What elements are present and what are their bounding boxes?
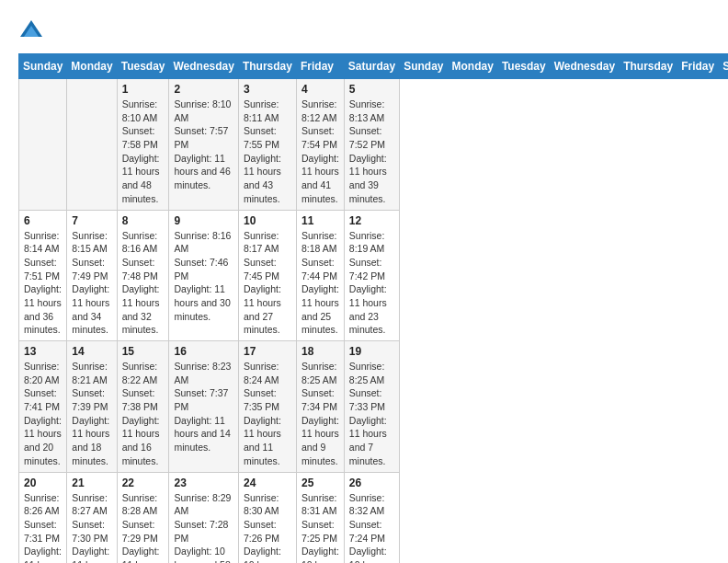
day-info: Sunrise: 8:25 AM Sunset: 7:34 PM Dayligh… xyxy=(301,360,339,468)
day-info: Sunrise: 8:18 AM Sunset: 7:44 PM Dayligh… xyxy=(301,229,339,338)
day-number: 11 xyxy=(301,214,339,227)
day-info: Sunrise: 8:21 AM Sunset: 7:39 PM Dayligh… xyxy=(72,360,111,468)
day-info: Sunrise: 8:22 AM Sunset: 7:38 PM Dayligh… xyxy=(122,360,165,468)
calendar-cell: 13Sunrise: 8:20 AM Sunset: 7:41 PM Dayli… xyxy=(19,341,67,473)
day-info: Sunrise: 8:26 AM Sunset: 7:31 PM Dayligh… xyxy=(24,491,62,564)
day-number: 14 xyxy=(72,345,111,358)
calendar-cell: 14Sunrise: 8:21 AM Sunset: 7:39 PM Dayli… xyxy=(67,341,117,473)
calendar-cell: 6Sunrise: 8:14 AM Sunset: 7:51 PM Daylig… xyxy=(19,210,67,341)
day-number: 4 xyxy=(301,83,339,96)
header-monday: Monday xyxy=(67,54,117,79)
day-number: 19 xyxy=(349,345,394,358)
calendar-cell: 15Sunrise: 8:22 AM Sunset: 7:38 PM Dayli… xyxy=(117,341,169,473)
day-number: 17 xyxy=(244,345,291,358)
day-info: Sunrise: 8:13 AM Sunset: 7:52 PM Dayligh… xyxy=(349,98,394,206)
calendar-cell: 16Sunrise: 8:23 AM Sunset: 7:37 PM Dayli… xyxy=(169,341,238,473)
calendar-header-row: SundayMondayTuesdayWednesdayThursdayFrid… xyxy=(19,54,729,79)
calendar-cell: 5Sunrise: 8:13 AM Sunset: 7:52 PM Daylig… xyxy=(344,79,399,211)
calendar-cell: 11Sunrise: 8:18 AM Sunset: 7:44 PM Dayli… xyxy=(296,210,344,341)
page-header xyxy=(18,18,710,44)
calendar-cell: 4Sunrise: 8:12 AM Sunset: 7:54 PM Daylig… xyxy=(296,79,344,211)
day-number: 25 xyxy=(301,477,339,489)
day-number: 15 xyxy=(122,345,165,358)
calendar-week-row: 1Sunrise: 8:10 AM Sunset: 7:58 PM Daylig… xyxy=(19,79,729,211)
calendar-cell: 9Sunrise: 8:16 AM Sunset: 7:46 PM Daylig… xyxy=(169,210,238,341)
calendar-cell: 23Sunrise: 8:29 AM Sunset: 7:28 PM Dayli… xyxy=(169,472,238,563)
day-info: Sunrise: 8:15 AM Sunset: 7:49 PM Dayligh… xyxy=(72,229,111,338)
day-info: Sunrise: 8:19 AM Sunset: 7:42 PM Dayligh… xyxy=(349,229,394,338)
header-friday: Friday xyxy=(677,54,719,79)
day-info: Sunrise: 8:31 AM Sunset: 7:25 PM Dayligh… xyxy=(301,491,339,564)
calendar-cell: 7Sunrise: 8:15 AM Sunset: 7:49 PM Daylig… xyxy=(67,210,117,341)
calendar-cell: 2Sunrise: 8:10 AM Sunset: 7:57 PM Daylig… xyxy=(169,79,238,211)
day-info: Sunrise: 8:28 AM Sunset: 7:29 PM Dayligh… xyxy=(122,491,165,564)
calendar-table: SundayMondayTuesdayWednesdayThursdayFrid… xyxy=(18,53,728,563)
calendar-cell: 3Sunrise: 8:11 AM Sunset: 7:55 PM Daylig… xyxy=(238,79,296,211)
calendar-cell: 1Sunrise: 8:10 AM Sunset: 7:58 PM Daylig… xyxy=(117,79,169,211)
day-info: Sunrise: 8:17 AM Sunset: 7:45 PM Dayligh… xyxy=(244,229,291,338)
day-info: Sunrise: 8:16 AM Sunset: 7:46 PM Dayligh… xyxy=(174,229,233,324)
calendar-week-row: 20Sunrise: 8:26 AM Sunset: 7:31 PM Dayli… xyxy=(19,472,729,563)
day-number: 9 xyxy=(174,214,233,227)
day-number: 18 xyxy=(301,345,339,358)
calendar-cell xyxy=(67,79,117,211)
calendar-cell: 26Sunrise: 8:32 AM Sunset: 7:24 PM Dayli… xyxy=(344,472,399,563)
day-info: Sunrise: 8:14 AM Sunset: 7:51 PM Dayligh… xyxy=(24,229,62,338)
calendar-week-row: 6Sunrise: 8:14 AM Sunset: 7:51 PM Daylig… xyxy=(19,210,729,341)
header-friday: Friday xyxy=(296,54,344,79)
day-number: 23 xyxy=(174,477,233,489)
calendar-cell: 8Sunrise: 8:16 AM Sunset: 7:48 PM Daylig… xyxy=(117,210,169,341)
calendar-cell: 10Sunrise: 8:17 AM Sunset: 7:45 PM Dayli… xyxy=(238,210,296,341)
calendar-cell: 12Sunrise: 8:19 AM Sunset: 7:42 PM Dayli… xyxy=(344,210,399,341)
day-info: Sunrise: 8:23 AM Sunset: 7:37 PM Dayligh… xyxy=(174,360,233,454)
header-sunday: Sunday xyxy=(400,54,448,79)
header-wednesday: Wednesday xyxy=(550,54,619,79)
day-info: Sunrise: 8:32 AM Sunset: 7:24 PM Dayligh… xyxy=(349,491,394,564)
day-info: Sunrise: 8:10 AM Sunset: 7:57 PM Dayligh… xyxy=(174,98,233,192)
calendar-cell: 21Sunrise: 8:27 AM Sunset: 7:30 PM Dayli… xyxy=(67,472,117,563)
day-number: 22 xyxy=(122,477,165,489)
day-number: 21 xyxy=(72,477,111,489)
day-number: 10 xyxy=(244,214,291,227)
day-number: 16 xyxy=(174,345,233,358)
header-sunday: Sunday xyxy=(19,54,67,79)
day-info: Sunrise: 8:30 AM Sunset: 7:26 PM Dayligh… xyxy=(244,491,291,564)
day-number: 20 xyxy=(24,477,62,489)
calendar-cell: 20Sunrise: 8:26 AM Sunset: 7:31 PM Dayli… xyxy=(19,472,67,563)
header-thursday: Thursday xyxy=(238,54,296,79)
day-number: 3 xyxy=(244,83,291,96)
day-info: Sunrise: 8:16 AM Sunset: 7:48 PM Dayligh… xyxy=(122,229,165,338)
calendar-cell xyxy=(19,79,67,211)
day-number: 24 xyxy=(244,477,291,489)
header-monday: Monday xyxy=(448,54,497,79)
day-number: 1 xyxy=(122,83,165,96)
header-saturday: Saturday xyxy=(344,54,399,79)
header-tuesday: Tuesday xyxy=(117,54,169,79)
day-info: Sunrise: 8:20 AM Sunset: 7:41 PM Dayligh… xyxy=(24,360,62,468)
day-info: Sunrise: 8:27 AM Sunset: 7:30 PM Dayligh… xyxy=(72,491,111,564)
day-number: 26 xyxy=(349,477,394,489)
day-info: Sunrise: 8:11 AM Sunset: 7:55 PM Dayligh… xyxy=(244,98,291,206)
day-number: 8 xyxy=(122,214,165,227)
day-number: 5 xyxy=(349,83,394,96)
day-number: 12 xyxy=(349,214,394,227)
header-thursday: Thursday xyxy=(620,54,677,79)
logo-icon xyxy=(18,18,44,44)
header-wednesday: Wednesday xyxy=(169,54,238,79)
day-info: Sunrise: 8:29 AM Sunset: 7:28 PM Dayligh… xyxy=(174,491,233,564)
calendar-cell: 25Sunrise: 8:31 AM Sunset: 7:25 PM Dayli… xyxy=(296,472,344,563)
header-tuesday: Tuesday xyxy=(497,54,550,79)
day-info: Sunrise: 8:25 AM Sunset: 7:33 PM Dayligh… xyxy=(349,360,394,468)
header-saturday: Saturday xyxy=(719,54,728,79)
logo xyxy=(18,18,48,44)
calendar-cell: 22Sunrise: 8:28 AM Sunset: 7:29 PM Dayli… xyxy=(117,472,169,563)
day-info: Sunrise: 8:12 AM Sunset: 7:54 PM Dayligh… xyxy=(301,98,339,206)
calendar-cell: 19Sunrise: 8:25 AM Sunset: 7:33 PM Dayli… xyxy=(344,341,399,473)
calendar-cell: 18Sunrise: 8:25 AM Sunset: 7:34 PM Dayli… xyxy=(296,341,344,473)
day-info: Sunrise: 8:24 AM Sunset: 7:35 PM Dayligh… xyxy=(244,360,291,468)
day-number: 6 xyxy=(24,214,62,227)
calendar-cell: 17Sunrise: 8:24 AM Sunset: 7:35 PM Dayli… xyxy=(238,341,296,473)
day-number: 13 xyxy=(24,345,62,358)
calendar-week-row: 13Sunrise: 8:20 AM Sunset: 7:41 PM Dayli… xyxy=(19,341,729,473)
calendar-cell: 24Sunrise: 8:30 AM Sunset: 7:26 PM Dayli… xyxy=(238,472,296,563)
